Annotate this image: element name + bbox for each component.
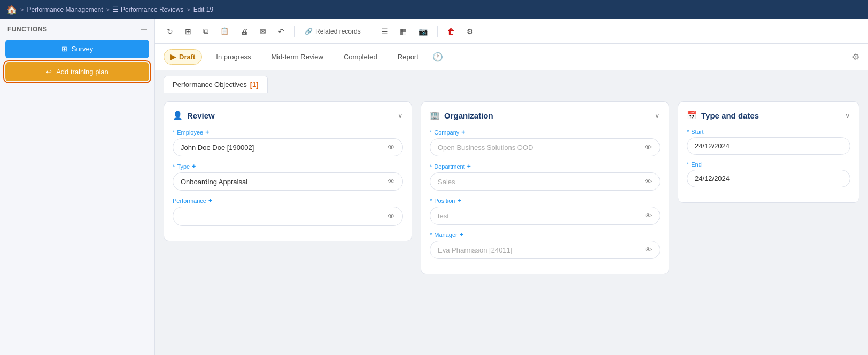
- department-value: Sales: [438, 178, 455, 186]
- manager-eye-icon[interactable]: 👁: [645, 246, 652, 254]
- survey-button[interactable]: ⊞ Survey: [5, 40, 149, 58]
- review-title-label: Review: [187, 111, 215, 120]
- type-field-group: * Type + Onboarding Appraisal 👁: [173, 163, 403, 191]
- end-input[interactable]: 24/12/2024: [687, 170, 850, 187]
- status-gear-icon[interactable]: ⚙: [852, 52, 859, 62]
- settings-button[interactable]: ⚙: [462, 24, 478, 39]
- manager-field-group: * Manager + Eva Pharmason [24011] 👁: [430, 231, 660, 259]
- list-button[interactable]: ☰: [377, 24, 392, 39]
- employee-input[interactable]: John Doe Doe [190002] 👁: [173, 138, 403, 156]
- type-dates-card-title: 📅 Type and dates: [687, 111, 759, 120]
- breadcrumb-edit: Edit 19: [193, 6, 213, 13]
- company-input[interactable]: Open Business Solutions OOD 👁: [430, 138, 660, 156]
- performance-add-btn[interactable]: +: [208, 197, 212, 204]
- end-value: 24/12/2024: [695, 175, 730, 183]
- status-report[interactable]: Report: [391, 50, 425, 64]
- breadcrumb-performance-management[interactable]: Performance Management: [27, 6, 103, 13]
- company-required-star: *: [430, 129, 432, 136]
- position-add-btn[interactable]: +: [457, 197, 461, 204]
- type-and-dates-card: 📅 Type and dates ∨ * Start 24/12/2024: [678, 101, 859, 203]
- manager-label-text: Manager: [434, 232, 457, 238]
- company-eye-icon[interactable]: 👁: [645, 143, 652, 152]
- end-label: * End: [687, 161, 850, 168]
- status-in-progress[interactable]: In progress: [210, 50, 257, 64]
- cards-container: 👤 Review ∨ * Employee + John Doe Doe [19…: [155, 93, 868, 283]
- department-input[interactable]: Sales 👁: [430, 172, 660, 191]
- review-card-header: 👤 Review ∨: [173, 111, 403, 120]
- related-records-label: Related records: [315, 28, 361, 35]
- review-chevron-icon[interactable]: ∨: [398, 112, 403, 120]
- type-dates-title-label: Type and dates: [701, 111, 759, 120]
- status-mid-term[interactable]: Mid-term Review: [265, 50, 330, 64]
- company-field-group: * Company + Open Business Solutions OOD …: [430, 129, 660, 156]
- employee-field-group: * Employee + John Doe Doe [190002] 👁: [173, 129, 403, 156]
- review-card: 👤 Review ∨ * Employee + John Doe Doe [19…: [164, 101, 412, 241]
- status-completed[interactable]: Completed: [337, 50, 384, 64]
- home-icon[interactable]: 🏠: [6, 5, 17, 15]
- status-bar: ▶ Draft In progress Mid-term Review Comp…: [155, 44, 868, 70]
- main-layout: Functions — ⊞ Survey ↩ Add training plan…: [0, 19, 868, 355]
- clock-icon[interactable]: 🕐: [432, 52, 443, 62]
- print-button[interactable]: 🖨: [236, 24, 252, 39]
- employee-add-btn[interactable]: +: [205, 129, 209, 136]
- position-eye-icon[interactable]: 👁: [645, 211, 652, 220]
- company-value: Open Business Solutions OOD: [438, 144, 533, 152]
- end-field-group: * End 24/12/2024: [687, 161, 850, 187]
- breadcrumb-performance-reviews[interactable]: ☰ Performance Reviews: [113, 6, 183, 13]
- employee-label-text: Employee: [177, 129, 203, 136]
- type-eye-icon[interactable]: 👁: [387, 177, 395, 186]
- calendar-icon: 📅: [687, 111, 697, 120]
- link-icon: 🔗: [305, 28, 313, 35]
- position-field-group: * Position + test 👁: [430, 197, 660, 225]
- performance-input[interactable]: 👁: [173, 207, 403, 226]
- position-value: test: [438, 212, 449, 220]
- toolbar-separator-1: [294, 26, 294, 37]
- breadcrumb-sep-3: >: [187, 6, 190, 13]
- email-button[interactable]: ✉: [255, 24, 270, 39]
- type-input[interactable]: Onboarding Appraisal 👁: [173, 172, 403, 191]
- note-button[interactable]: 📋: [216, 24, 233, 38]
- survey-icon: ⊞: [61, 45, 67, 53]
- add-view-button[interactable]: ⊞: [181, 24, 196, 39]
- department-label: * Department +: [430, 163, 660, 170]
- performance-eye-icon[interactable]: 👁: [387, 212, 395, 220]
- type-dates-card-header: 📅 Type and dates ∨: [687, 111, 850, 120]
- camera-button[interactable]: 📷: [414, 24, 432, 39]
- tab-label: Performance Objectives: [173, 81, 247, 89]
- sidebar-collapse-icon[interactable]: —: [141, 26, 147, 33]
- delete-button[interactable]: 🗑: [443, 24, 459, 39]
- tab-performance-objectives[interactable]: Performance Objectives [1]: [164, 76, 268, 93]
- status-draft[interactable]: ▶ Draft: [164, 49, 202, 65]
- manager-add-btn[interactable]: +: [460, 231, 463, 239]
- department-add-btn[interactable]: +: [467, 163, 471, 170]
- related-records-button[interactable]: 🔗 Related records: [300, 25, 366, 38]
- organization-card: 🏢 Organization ∨ * Company + Open Busine…: [421, 101, 669, 274]
- top-bar: 🏠 > Performance Management > ☰ Performan…: [0, 0, 868, 19]
- employee-value: John Doe Doe [190002]: [181, 144, 254, 152]
- employee-eye-icon[interactable]: 👁: [387, 143, 395, 152]
- add-training-plan-button[interactable]: ↩ Add training plan: [5, 62, 149, 81]
- start-field-group: * Start 24/12/2024: [687, 129, 850, 155]
- position-label-text: Position: [434, 198, 455, 204]
- type-dates-chevron-icon[interactable]: ∨: [845, 112, 850, 120]
- refresh-button[interactable]: ↻: [162, 24, 177, 39]
- tab-badge: [1]: [250, 81, 259, 89]
- company-add-btn[interactable]: +: [461, 129, 465, 136]
- content-area: ↻ ⊞ ⧉ 📋 🖨 ✉ ↶ 🔗 Related records ☰ ▦ 📷 🗑 …: [155, 19, 868, 355]
- manager-input[interactable]: Eva Pharmason [24011] 👁: [430, 241, 660, 259]
- draft-label: Draft: [179, 53, 195, 61]
- position-label: * Position +: [430, 197, 660, 204]
- employee-required-star: *: [173, 129, 175, 136]
- department-eye-icon[interactable]: 👁: [645, 177, 652, 186]
- grid-button[interactable]: ▦: [396, 24, 411, 39]
- start-input[interactable]: 24/12/2024: [687, 137, 850, 155]
- end-label-text: End: [691, 161, 702, 168]
- breadcrumb-sep-2: >: [106, 6, 110, 13]
- type-add-btn[interactable]: +: [192, 163, 196, 170]
- training-icon: ↩: [46, 68, 52, 76]
- position-input[interactable]: test 👁: [430, 207, 660, 225]
- copy-button[interactable]: ⧉: [199, 23, 213, 39]
- undo-button[interactable]: ↶: [274, 24, 289, 39]
- start-label: * Start: [687, 129, 850, 135]
- organization-chevron-icon[interactable]: ∨: [655, 112, 660, 120]
